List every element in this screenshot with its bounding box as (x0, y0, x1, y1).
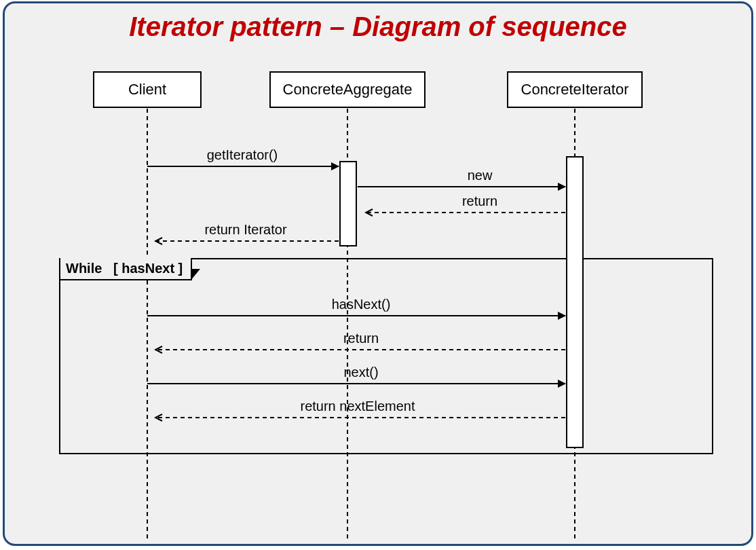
diagram-frame: Iterator pattern – Diagram of sequence C… (3, 1, 753, 546)
activation-iterator (566, 156, 584, 448)
loop-guard: [ hasNext ] (113, 261, 183, 276)
sequence-canvas: Client ConcreteAggregate ConcreteIterato… (45, 65, 717, 540)
svg-layer (45, 65, 717, 540)
loop-tab: While [ hasNext ] (59, 258, 192, 280)
activation-aggregate (339, 161, 357, 246)
loop-label: While (66, 261, 102, 276)
diagram-title: Iterator pattern – Diagram of sequence (5, 12, 751, 42)
